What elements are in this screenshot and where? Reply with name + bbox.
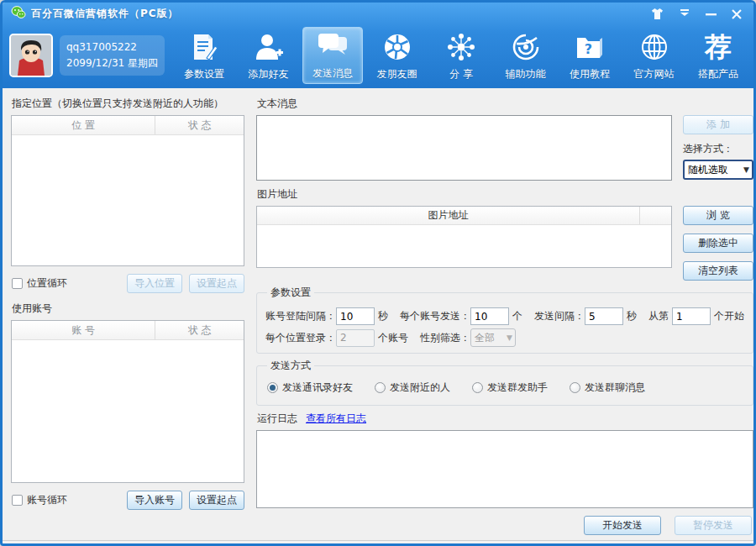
account-loop-label: 账号循环 <box>27 493 67 507</box>
start-from-input[interactable] <box>672 307 711 325</box>
user-date: 2099/12/31 星期四 <box>66 55 158 71</box>
minimize-icon[interactable] <box>706 9 717 18</box>
tool-tutorial[interactable]: ? 使用教程 <box>559 27 620 84</box>
location-table-header: 位 置 状 态 <box>12 116 244 135</box>
share-burst-icon <box>446 30 476 64</box>
swirl-globe-icon <box>512 30 540 64</box>
tool-moments[interactable]: 发朋友圈 <box>367 27 428 84</box>
text-message-label: 文本消息 <box>257 97 753 111</box>
tool-label: 辅助功能 <box>506 67 546 81</box>
set-start-location-button[interactable]: 设置起点 <box>189 274 244 293</box>
location-table[interactable]: 位 置 状 态 <box>11 115 244 266</box>
account-col-header: 账 号 <box>12 321 155 339</box>
radio-send-mass-helper[interactable]: 发送群发助手 <box>472 381 548 395</box>
window-title: 百分百微信营销软件（PC版） <box>31 7 179 21</box>
skin-icon[interactable] <box>651 8 664 19</box>
tool-label: 使用教程 <box>570 67 610 81</box>
tool-label: 分 享 <box>449 67 473 81</box>
account-table-header: 账 号 状 态 <box>12 321 244 340</box>
per-location-input[interactable] <box>336 329 375 347</box>
clear-list-button[interactable]: 清空列表 <box>683 261 753 281</box>
location-section-label: 指定位置（切换位置只支持发送附近的人功能） <box>12 97 244 111</box>
radio-send-group-chat[interactable]: 发送群聊消息 <box>570 381 645 395</box>
tool-label: 发朋友圈 <box>377 67 417 81</box>
location-loop-label: 位置循环 <box>27 276 67 291</box>
per-account-send-input[interactable] <box>470 307 509 325</box>
start-send-button[interactable]: 开始发送 <box>584 516 661 535</box>
send-mode-legend: 发送方式 <box>267 359 314 373</box>
status-col-header: 状 态 <box>155 321 244 339</box>
login-interval-unit: 秒 <box>378 309 388 323</box>
tool-send-message[interactable]: 发送消息 <box>302 27 363 84</box>
folder-question-icon: ? <box>575 30 605 64</box>
radio-label: 发送群发助手 <box>487 381 548 395</box>
tool-website[interactable]: 官方网站 <box>624 27 685 84</box>
tool-label: 发送消息 <box>312 66 353 81</box>
tool-param-settings[interactable]: 参数设置 <box>174 27 234 84</box>
titlebar: 百分百微信营销软件（PC版） <box>3 3 753 25</box>
toolbar-items: 参数设置 添加好友 发送消息 <box>174 27 748 84</box>
document-pencil-icon <box>190 30 218 64</box>
image-section-label: 图片地址 <box>257 187 753 202</box>
account-table[interactable]: 账 号 状 态 <box>11 320 244 483</box>
add-text-button[interactable]: 添 加 <box>683 115 753 134</box>
location-loop-row: 位置循环 导入位置 设置起点 <box>12 273 244 293</box>
view-all-logs-link[interactable]: 查看所有日志 <box>306 412 366 426</box>
location-loop-checkbox[interactable] <box>12 278 23 289</box>
tool-label: 添加好友 <box>249 67 289 81</box>
run-log-label: 运行日志 <box>257 412 297 426</box>
location-col-header: 位 置 <box>12 116 155 134</box>
select-mode-dropdown[interactable]: 随机选取 ▼ <box>683 160 753 180</box>
browse-button[interactable]: 浏 览 <box>683 206 753 225</box>
tool-add-friend[interactable]: 添加好友 <box>239 27 299 84</box>
aperture-icon <box>383 30 412 64</box>
radio-icon <box>570 382 580 393</box>
user-info: qq317005222 2099/12/31 星期四 <box>60 35 165 76</box>
radio-label: 发送附近的人 <box>390 381 450 395</box>
gender-filter-dropdown[interactable]: 全部 ▼ <box>470 328 516 347</box>
toolbar: qq317005222 2099/12/31 星期四 参数设置 添加好友 <box>3 25 753 88</box>
radio-send-contacts[interactable]: 发送通讯录好友 <box>267 381 353 395</box>
image-list-header: 图片地址 <box>257 207 671 225</box>
right-panel: 文本消息 添 加 选择方式： 随机选取 ▼ 图片地址 图片地址 <box>256 95 753 535</box>
start-from-label: 从第 <box>648 309 669 323</box>
minimize-to-tray-icon[interactable] <box>679 9 690 18</box>
radio-icon <box>472 382 483 393</box>
import-location-button[interactable]: 导入位置 <box>127 274 182 293</box>
account-loop-checkbox[interactable] <box>12 495 23 506</box>
tool-share[interactable]: 分 享 <box>431 27 491 84</box>
set-start-account-button[interactable]: 设置起点 <box>189 491 244 510</box>
import-account-button[interactable]: 导入账号 <box>127 491 182 510</box>
image-col-header: 图片地址 <box>257 207 639 224</box>
login-interval-input[interactable] <box>336 307 375 325</box>
tool-products[interactable]: 荐 搭配产品 <box>688 27 748 84</box>
close-icon[interactable] <box>732 9 742 19</box>
app-window: 百分百微信营销软件（PC版） <box>0 0 756 546</box>
text-message-input[interactable] <box>256 115 672 181</box>
per-account-send-label: 每个账号发送： <box>400 309 470 323</box>
image-list[interactable]: 图片地址 <box>256 206 672 268</box>
per-location-unit: 个账号 <box>378 331 408 345</box>
top-blue-area: 百分百微信营销软件（PC版） <box>3 3 753 88</box>
chat-bubbles-icon <box>317 29 349 63</box>
delete-selected-button[interactable]: 删除选中 <box>683 234 753 253</box>
main-content: 指定位置（切换位置只支持发送附近的人功能） 位 置 状 态 位置循环 导入位置 … <box>3 88 753 540</box>
account-loop-row: 账号循环 导入账号 设置起点 <box>12 490 244 510</box>
pause-send-button[interactable]: 暂停发送 <box>675 516 752 535</box>
globe-icon <box>639 30 669 64</box>
start-from-unit: 个开始 <box>714 309 744 323</box>
tool-assist[interactable]: 辅助功能 <box>496 27 556 84</box>
radio-send-nearby[interactable]: 发送附近的人 <box>375 381 450 395</box>
gender-filter-value: 全部 <box>475 331 495 345</box>
per-location-label: 每个位置登录： <box>265 331 336 345</box>
send-interval-input[interactable] <box>585 307 623 325</box>
radio-icon <box>267 382 278 393</box>
run-log-output[interactable] <box>256 430 753 508</box>
left-panel: 指定位置（切换位置只支持发送附近的人功能） 位 置 状 态 位置循环 导入位置 … <box>11 95 244 535</box>
wechat-logo-icon <box>11 5 26 23</box>
send-interval-unit: 秒 <box>627 309 637 323</box>
jian-character-icon: 荐 <box>705 30 732 64</box>
send-mode-group: 发送方式 发送通讯录好友 发送附近的人 发送群发助手 <box>256 359 753 406</box>
user-chip: qq317005222 2099/12/31 星期四 <box>9 34 174 77</box>
chevron-down-icon: ▼ <box>743 165 749 174</box>
